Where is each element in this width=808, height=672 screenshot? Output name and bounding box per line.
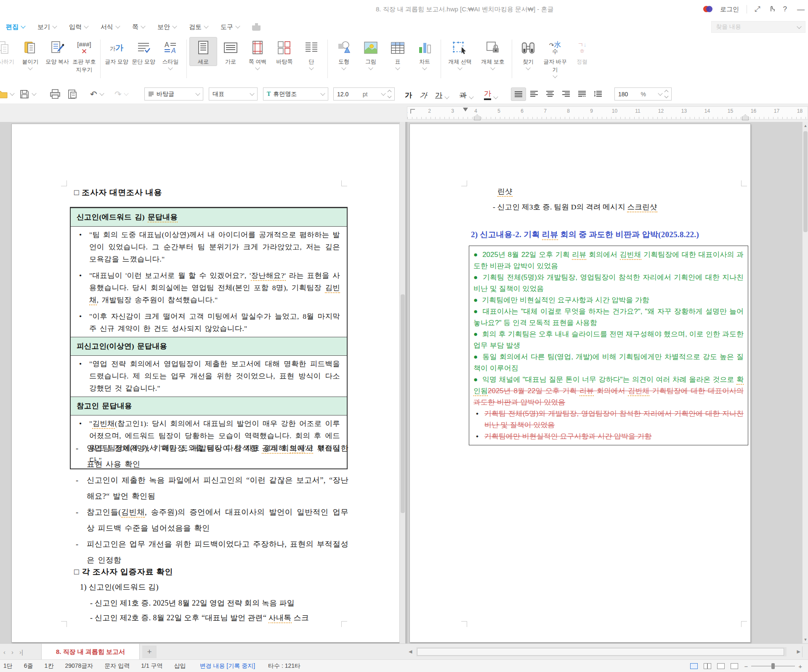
select-object-button[interactable]: 개체 선택 [444,37,476,71]
font-size-input[interactable]: 12.0pt [333,87,395,101]
sort-button[interactable]: ㄱ↓ㅎ 정렬 [569,37,595,66]
picture-button[interactable]: 그림 [357,37,384,71]
new-tab-button[interactable]: + [142,646,157,658]
redo-button[interactable]: ↷ [114,88,128,100]
zoom-input[interactable]: 180% [614,87,672,101]
char-shape-button[interactable]: 가가 글자 모양 [103,37,130,66]
view-page-layout-button[interactable] [690,663,698,669]
tab-prev-button[interactable]: ‹ [3,648,5,656]
columns-button[interactable]: 단 [298,37,325,71]
help-button[interactable]: ? [783,5,787,13]
bold-button[interactable]: 가 [405,87,412,100]
right-pane-vertical-scrollbar[interactable]: ▲ ▼ [802,122,808,643]
align-left-button[interactable] [527,87,541,100]
tab-next-button[interactable]: › [11,648,13,656]
menu-view[interactable]: 보기 [37,23,56,31]
undo-button[interactable]: ↶ [90,88,104,100]
zoom-out-icon[interactable]: − [744,663,748,670]
line-spacing-button[interactable] [591,87,605,100]
complaint-heading-2: 2) 신고내용-2. 기획 리뷰 회의 중 과도한 비판과 압박(2025.8.… [471,229,699,240]
status-item: 29078글자 [65,662,93,670]
document-tab[interactable]: 8. 직장 내 괴롭힘 보고서 [41,644,140,660]
ruler-tab-marker[interactable] [410,109,415,114]
menu-review[interactable]: 검토 [189,23,208,31]
document-area: □ 조사자 대면조사 내용 신고인(에드워드 김) 문답내용 •"팀 회의 도중… [0,122,808,643]
section-heading-interview: □ 조사자 대면조사 내용 [74,187,162,198]
table-button[interactable]: 표 [384,37,411,71]
zoom-slider-thumb[interactable] [771,663,775,669]
align-center-button[interactable] [543,87,557,100]
zoom-slider[interactable]: − + [744,663,802,670]
expand-icon[interactable]: ⤢ [755,5,760,13]
page-2[interactable]: 린샷 - 신고인 제3호 증. 팀원 D의 격려 메시지 스크린샷 2) 신고내… [409,124,751,643]
align-right-button[interactable] [559,87,573,100]
char-convert-button[interactable]: ↷水수 글자 바꾸기 [542,37,569,79]
save-button[interactable] [19,88,36,100]
select-object-icon [451,39,469,57]
preset-select[interactable]: 대표 [209,87,258,101]
menu-format[interactable]: 서식 [101,23,120,31]
zoom-in-icon[interactable]: + [798,663,802,670]
view-fit-width-button[interactable] [704,663,711,669]
menu-input[interactable]: 입력 [69,23,88,31]
complaint-detail-box: ●2025년 8월 22일 오후 기획 리뷰 회의에서 김빈채 기획팀장에 대한… [469,246,748,445]
view-full-screen-button[interactable] [731,663,738,669]
minimize-button[interactable]: — [797,5,805,14]
evidence-item-3: - 신고인 제3호 증. 팀원 D의 격려 메시지 스크린샷 [493,202,657,212]
ruler-number: 10 [603,108,626,114]
menu-edit[interactable]: 편집 [6,23,25,31]
scroll-up-icon[interactable]: ▲ [803,124,808,128]
underline-button[interactable]: 가 [435,87,449,100]
search-input[interactable]: 찾을 내용 [711,21,805,33]
menu-page[interactable]: 쪽 [132,23,145,31]
scroll-down-icon[interactable]: ▼ [803,638,808,642]
status-item: 1단 [3,662,13,670]
view-fit-page-button[interactable] [717,663,725,669]
change-tracking-status[interactable]: 변경 내용 [기록 중지] [200,662,255,670]
strikethrough-button[interactable]: 과 [460,87,473,100]
scroll-left-icon[interactable]: ◀ [409,649,412,654]
finding-item: -영업팀 전체(8명), 기획팀장, 개발팀장이 참석한 공개 회의에서 부적절… [75,440,348,472]
addon-icon[interactable] [252,23,260,31]
right-pane-horizontal-scrollbar[interactable]: ◀ ▶ [407,644,802,660]
box-paragraph: ●기획팀 전체(5명)와 개발팀장, 영업팀장이 참석한 자리에서 기획안에 대… [473,272,744,294]
font-select[interactable]: T휴먼명조 [263,87,328,101]
font-color-button[interactable]: 가 [484,87,497,100]
tab-last-button[interactable]: ›| [19,648,23,656]
italic-button[interactable]: 가 [419,87,428,100]
ruler-number: 12 [649,108,672,114]
style-select[interactable]: 바탕글 [144,87,203,101]
para-shape-button[interactable]: 문단 모양 [130,37,157,66]
left-pane-vertical-scrollbar[interactable] [399,122,406,643]
menu-tools[interactable]: 도구 [221,23,239,31]
scroll-right-icon[interactable]: ▶ [797,649,800,654]
shapes-button[interactable]: 도형 [330,37,357,71]
landscape-button[interactable]: 가로 [217,37,244,66]
login-button[interactable]: 로그인 [720,5,739,13]
chart-button[interactable]: 차트 [411,37,438,71]
menu-security[interactable]: 보안 [157,23,176,31]
page-margins-button[interactable]: 쪽 여백 [244,37,271,71]
page-1[interactable]: □ 조사자 대면조사 내용 신고인(에드워드 김) 문답내용 •"팀 회의 도중… [11,124,400,643]
ruler-bar: 123456789101112131415161718 [0,103,808,122]
clear-control-marks-button[interactable]: [###]✕ 조판 부호 지우기 [71,37,98,74]
print-preview-button[interactable] [67,88,77,100]
copy-button[interactable]: 복사하기 [0,37,17,66]
protect-object-button[interactable]: 개체 보호 [476,37,509,71]
style-button[interactable]: AA 스타일 [157,37,184,71]
align-distribute-button[interactable] [575,87,589,100]
protect-object-icon [484,39,502,57]
ruler-number: 18 [788,108,808,114]
print-button[interactable] [50,88,61,100]
format-painter-button[interactable]: 모양 복사 [44,37,71,66]
paste-button[interactable]: 붙이기 [17,37,44,71]
new-document-button[interactable] [0,88,14,100]
master-page-button[interactable]: 바탕쪽 [271,37,298,66]
find-button[interactable]: 찾기 [515,37,542,71]
touch-mode-icon[interactable] [768,5,776,14]
ruler-number: 8 [557,108,580,114]
pane-split-divider[interactable] [405,122,407,643]
align-justify-button[interactable] [511,87,526,101]
portrait-button[interactable]: 세로 [189,37,217,66]
master-page-icon [276,39,293,57]
